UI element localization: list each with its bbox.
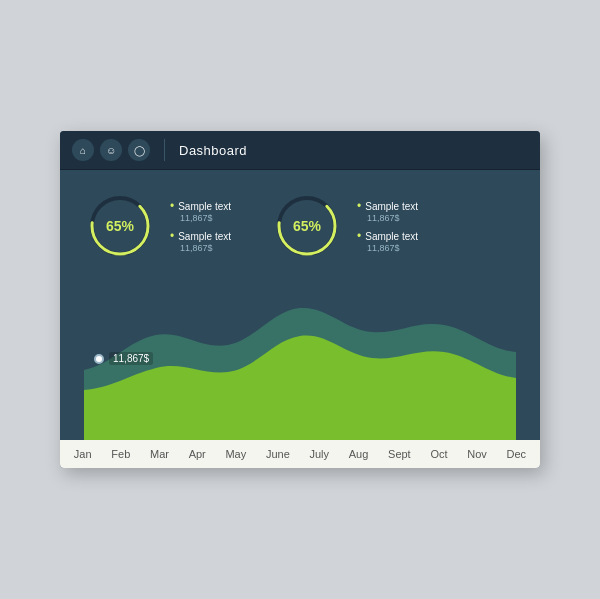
x-label-apr: Apr [189, 448, 206, 460]
widget-2-value-1: 11,867$ [357, 213, 418, 223]
x-label-nov: Nov [467, 448, 487, 460]
x-label-dec: Dec [506, 448, 526, 460]
widget-2: 65% Sample text 11,867$ Sample text 11,8… [271, 190, 418, 262]
widget-2-item-1: Sample text 11,867$ [357, 199, 418, 223]
tooltip-dot [94, 354, 104, 364]
widget-1-label-1: Sample text [170, 199, 231, 213]
x-label-feb: Feb [111, 448, 130, 460]
x-axis: Jan Feb Mar Apr May June July Aug Sept O… [60, 440, 540, 468]
gauge-1-label: 65% [106, 218, 134, 234]
widget-2-text: Sample text 11,867$ Sample text 11,867$ [357, 199, 418, 253]
chart-tooltip: 11,867$ [94, 352, 153, 365]
x-label-mar: Mar [150, 448, 169, 460]
gauge-1: 65% [84, 190, 156, 262]
dashboard-card: ⌂ ☺ ◯ Dashboard 65% Sample text [60, 131, 540, 468]
x-label-oct: Oct [430, 448, 447, 460]
widget-1-label-2: Sample text [170, 229, 231, 243]
widget-1-item-1: Sample text 11,867$ [170, 199, 231, 223]
gauge-2-label: 65% [293, 218, 321, 234]
chart-area: 11,867$ [84, 280, 516, 440]
x-label-july: July [310, 448, 330, 460]
power-icon-button[interactable]: ◯ [128, 139, 150, 161]
header-bar: ⌂ ☺ ◯ Dashboard [60, 131, 540, 170]
widget-2-label-2: Sample text [357, 229, 418, 243]
widget-1: 65% Sample text 11,867$ Sample text 11,8… [84, 190, 231, 262]
x-label-may: May [225, 448, 246, 460]
widget-2-value-2: 11,867$ [357, 243, 418, 253]
x-label-jan: Jan [74, 448, 92, 460]
main-content: 65% Sample text 11,867$ Sample text 11,8… [60, 170, 540, 440]
widgets-row: 65% Sample text 11,867$ Sample text 11,8… [84, 190, 516, 262]
x-label-june: June [266, 448, 290, 460]
dashboard-title: Dashboard [179, 143, 247, 158]
widget-2-label-1: Sample text [357, 199, 418, 213]
x-label-sept: Sept [388, 448, 411, 460]
header-divider [164, 139, 165, 161]
header-icon-group: ⌂ ☺ ◯ [72, 139, 150, 161]
widget-1-item-2: Sample text 11,867$ [170, 229, 231, 253]
widget-1-text: Sample text 11,867$ Sample text 11,867$ [170, 199, 231, 253]
user-icon-button[interactable]: ☺ [100, 139, 122, 161]
gauge-2: 65% [271, 190, 343, 262]
x-label-aug: Aug [349, 448, 369, 460]
widget-2-item-2: Sample text 11,867$ [357, 229, 418, 253]
tooltip-value: 11,867$ [109, 352, 153, 365]
widget-1-value-2: 11,867$ [170, 243, 231, 253]
home-icon-button[interactable]: ⌂ [72, 139, 94, 161]
widget-1-value-1: 11,867$ [170, 213, 231, 223]
